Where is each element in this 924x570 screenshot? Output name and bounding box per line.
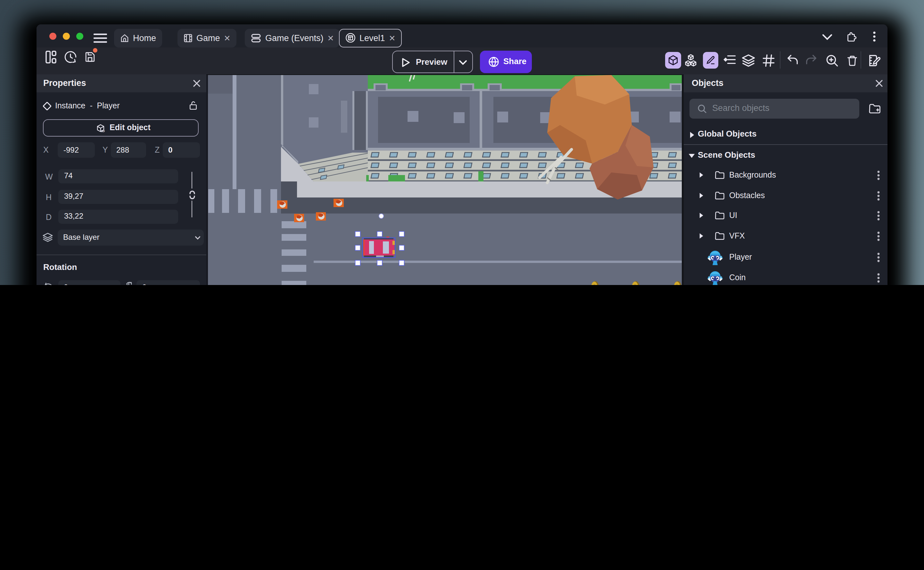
svg-text:3D: 3D	[101, 129, 105, 132]
